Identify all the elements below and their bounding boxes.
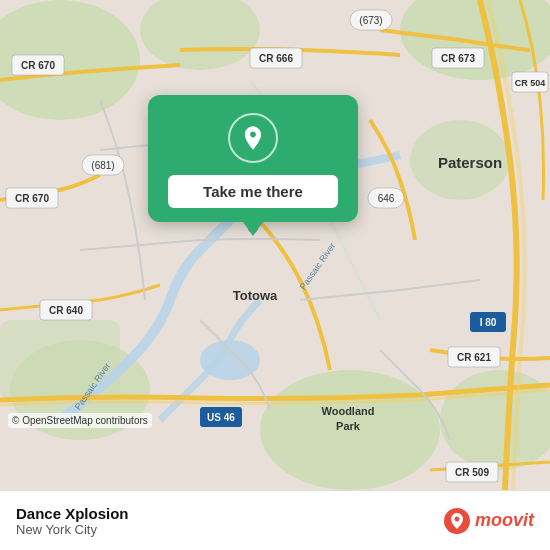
svg-text:Paterson: Paterson <box>438 154 502 171</box>
svg-text:646: 646 <box>378 193 395 204</box>
svg-text:CR 670: CR 670 <box>21 60 55 71</box>
svg-text:I 80: I 80 <box>480 317 497 328</box>
svg-text:(681): (681) <box>91 160 114 171</box>
svg-text:CR 640: CR 640 <box>49 305 83 316</box>
popup-tail <box>243 222 263 236</box>
map-container: CR 670 (681) CR 666 (673) CR 673 CR 504 … <box>0 0 550 490</box>
take-me-there-button[interactable]: Take me there <box>168 175 338 208</box>
moovit-brand-icon <box>443 507 471 535</box>
svg-text:Park: Park <box>336 420 361 432</box>
svg-text:(673): (673) <box>359 15 382 26</box>
svg-text:CR 504: CR 504 <box>515 78 546 88</box>
svg-text:Totowa: Totowa <box>233 288 278 303</box>
popup-card: Take me there <box>148 95 358 222</box>
moovit-text: moovit <box>475 510 534 531</box>
osm-credit: © OpenStreetMap contributors <box>8 413 152 428</box>
moovit-logo: moovit <box>443 507 534 535</box>
svg-point-43 <box>444 508 470 534</box>
footer-bar: Dance Xplosion New York City moovit <box>0 490 550 550</box>
footer-title: Dance Xplosion <box>16 505 129 522</box>
footer-subtitle: New York City <box>16 522 129 537</box>
svg-text:CR 509: CR 509 <box>455 467 489 478</box>
footer-left: Dance Xplosion New York City <box>16 505 129 537</box>
app: CR 670 (681) CR 666 (673) CR 673 CR 504 … <box>0 0 550 550</box>
svg-text:CR 621: CR 621 <box>457 352 491 363</box>
svg-text:Woodland: Woodland <box>322 405 375 417</box>
svg-text:CR 666: CR 666 <box>259 53 293 64</box>
svg-text:CR 673: CR 673 <box>441 53 475 64</box>
svg-text:CR 670: CR 670 <box>15 193 49 204</box>
location-pin-icon <box>228 113 278 163</box>
svg-text:US 46: US 46 <box>207 412 235 423</box>
